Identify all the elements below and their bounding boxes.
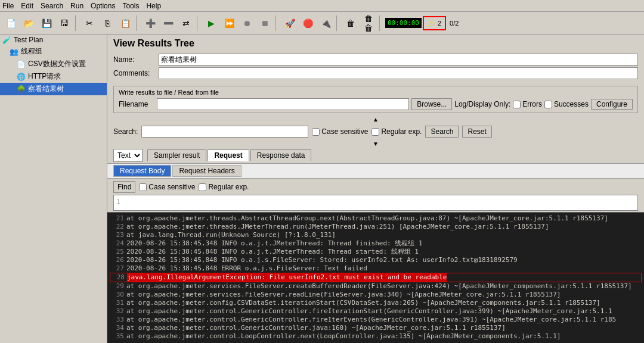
menu-edit[interactable]: Edit [21, 2, 33, 10]
cut-button[interactable]: ✂ [81, 15, 98, 32]
tree-item-label: 线程组 [21, 46, 42, 57]
name-row: Name: [113, 54, 638, 66]
remote-exit-button[interactable]: 🔌 [317, 15, 334, 32]
successes-checkbox[interactable] [544, 101, 552, 108]
browse-button[interactable]: Browse... [411, 98, 452, 110]
tab-sampler-result[interactable]: Sampler result [147, 149, 206, 161]
log-line-text: 2020-08-26 15:38:45,348 INFO o.a.j.t.JMe… [126, 239, 423, 248]
tree-item-label: 察看结果树 [28, 84, 64, 94]
log-line-number: 31 [110, 299, 124, 307]
tree-item-thread-group[interactable]: 👥 线程组 [0, 45, 107, 58]
log-line: 252020-08-26 15:38:45,848 INFO o.a.j.t.J… [110, 248, 642, 256]
menu-file[interactable]: File [2, 2, 14, 10]
tab-response-data[interactable]: Response data [250, 149, 312, 161]
sub-tab-request-body[interactable]: Request Body [113, 165, 171, 177]
stop-button[interactable]: ⏺ [239, 15, 255, 32]
filename-label: Filename [119, 100, 154, 108]
file-section-title: Write results to file / Read from file [119, 89, 633, 96]
log-line: 29 at org.apache.jmeter.services.FileSer… [110, 282, 642, 291]
sub-tab-request-headers[interactable]: Request Headers [172, 165, 241, 177]
run-no-pause-button[interactable]: ⏩ [221, 15, 237, 32]
menu-search[interactable]: Search [41, 2, 63, 10]
log-line-number: 29 [110, 282, 124, 291]
menu-help[interactable]: Help [146, 2, 161, 10]
log-line: 242020-08-26 15:38:45,348 INFO o.a.j.t.J… [110, 239, 642, 248]
case-sensitive-checkbox[interactable] [312, 128, 320, 136]
log-line-number: 25 [110, 248, 124, 256]
reset-button[interactable]: Reset [462, 126, 491, 138]
resize-arrow-down[interactable]: ▼ [107, 140, 644, 148]
tree-item-test-plan[interactable]: 🧪 Test Plan [0, 35, 107, 45]
errors-checkbox[interactable] [513, 101, 521, 108]
successes-checkbox-label[interactable]: Successes [544, 100, 589, 108]
log-line-number: 24 [110, 239, 124, 248]
log-line-number: 22 [110, 223, 124, 231]
regular-exp-label[interactable]: Regular exp. [371, 127, 422, 136]
content-area[interactable]: 1 [113, 195, 638, 211]
tree-item-label: CSV数据文件设置 [28, 59, 86, 69]
resize-arrow-up[interactable]: ▲ [107, 116, 644, 123]
tab-request[interactable]: Request [208, 149, 249, 161]
regular-exp-checkbox[interactable] [371, 128, 379, 136]
menu-run[interactable]: Run [70, 2, 83, 10]
test-plan-icon: 🧪 [2, 36, 11, 44]
find-case-sensitive-label[interactable]: Case sensitive [139, 183, 195, 191]
expand-button[interactable]: ➕ [142, 15, 159, 32]
menu-tools[interactable]: Tools [122, 2, 139, 10]
save-button[interactable]: 💾 [38, 15, 55, 32]
find-button[interactable]: Find [113, 181, 135, 193]
comments-input[interactable] [159, 67, 638, 79]
log-line-number: 30 [110, 291, 124, 299]
save-as-button[interactable]: 🖫 [56, 15, 73, 32]
configure-button[interactable]: Configure [591, 99, 633, 110]
name-input[interactable] [159, 54, 638, 66]
log-line-text: at org.apache.jmeter.control.LoopControl… [126, 332, 561, 341]
remote-stop-button[interactable]: 🛑 [299, 15, 316, 32]
comments-label: Comments: [113, 69, 155, 77]
find-regular-exp-label[interactable]: Regular exp. [199, 183, 249, 191]
log-line: 28java.lang.IllegalArgumentException: Fi… [110, 273, 642, 282]
find-row: Find Case sensitive Regular exp. [107, 179, 644, 195]
log-line-text: at org.apache.jmeter.control.GenericCont… [126, 307, 612, 316]
log-line-number: 21 [110, 214, 124, 223]
log-line-number: 35 [110, 332, 124, 341]
paste-button[interactable]: 📋 [117, 15, 134, 32]
search-button[interactable]: Search [425, 126, 459, 138]
clear-button[interactable]: 🗑 [342, 15, 359, 32]
log-line-number: 32 [110, 307, 124, 316]
file-section: Write results to file / Read from file F… [113, 86, 638, 113]
log-line: 31 at org.apache.jmeter.config.CSVDataSe… [110, 299, 642, 307]
find-case-sensitive-checkbox[interactable] [139, 183, 147, 191]
right-panel: View Results Tree Name: Comments: Write … [107, 35, 644, 343]
tree-item-view-results[interactable]: 🌳 察看结果树 [0, 83, 107, 95]
new-button[interactable]: 📄 [2, 15, 19, 32]
errors-checkbox-label[interactable]: Errors [513, 100, 542, 108]
clear-all-button[interactable]: 🗑🗑 [360, 15, 377, 32]
run-button[interactable]: ▶ [203, 15, 219, 32]
remote-start-button[interactable]: 🚀 [281, 15, 298, 32]
tree-item-label: Test Plan [14, 36, 43, 44]
find-regular-exp-checkbox[interactable] [199, 183, 206, 191]
tree-item-http-request[interactable]: 🌐 HTTP请求 [0, 70, 107, 83]
shutdown-button[interactable]: ⏹ [256, 15, 273, 32]
regular-exp-text: Regular exp. [381, 127, 422, 136]
tree-item-csv-data[interactable]: 📄 CSV数据文件设置 [0, 58, 107, 70]
copy-button[interactable]: ⎘ [99, 15, 116, 32]
collapse-button[interactable]: ➖ [160, 15, 177, 32]
filename-input[interactable] [157, 98, 409, 110]
search-input[interactable] [141, 126, 308, 138]
warning-box[interactable]: ⚠ 2 [423, 16, 446, 30]
successes-label: Successes [554, 100, 589, 108]
toggle-button[interactable]: ⇄ [178, 15, 194, 32]
menu-options[interactable]: Options [91, 2, 115, 10]
log-line-number: 26 [110, 256, 124, 264]
log-line-text: at java.lang.Thread.run(Unknown Source) … [126, 231, 336, 239]
format-dropdown[interactable]: Text [113, 149, 143, 162]
find-regular-exp-text: Regular exp. [208, 183, 249, 191]
log-display-label: Log/Display Only: [454, 100, 510, 108]
open-button[interactable]: 📂 [20, 15, 37, 32]
sep2 [136, 15, 140, 31]
log-line: 22 at org.apache.jmeter.threads.JMeterTh… [110, 223, 642, 231]
log-area[interactable]: 21 at org.apache.jmeter.threads.Abstract… [107, 212, 644, 343]
case-sensitive-label[interactable]: Case sensitive [312, 127, 368, 136]
